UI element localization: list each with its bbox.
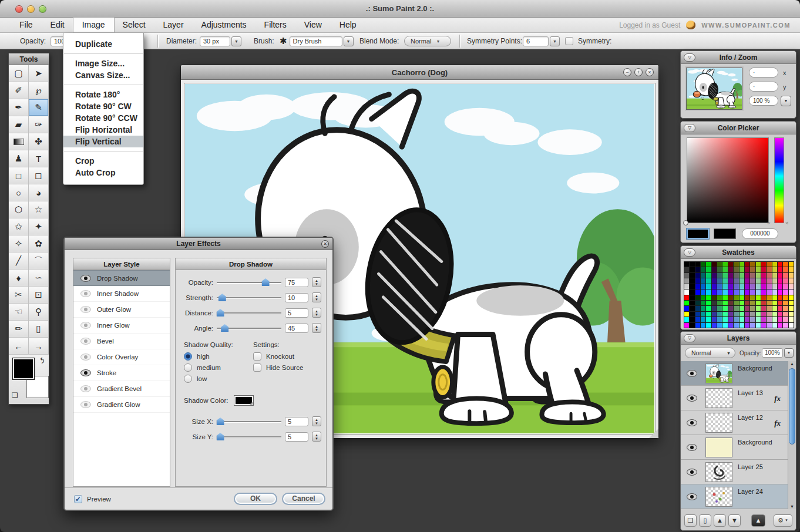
layer-fx-badge[interactable]: fx [774, 394, 781, 403]
swatch[interactable] [767, 278, 771, 283]
swatch[interactable] [690, 289, 694, 294]
tool-line[interactable]: ╱ [9, 252, 29, 270]
tool-four-point-star[interactable]: ✦ [29, 218, 49, 235]
layer-style-inner-shadow[interactable]: Inner Shadow [73, 286, 170, 302]
layer-style-stroke[interactable]: Stroke [73, 365, 170, 381]
swatch[interactable] [722, 278, 727, 283]
saturation-value-square[interactable] [687, 137, 769, 223]
setting-checkbox-knockout[interactable]: Knockout [253, 352, 303, 361]
swatch[interactable] [772, 267, 777, 272]
zoom-window-button[interactable] [39, 5, 46, 13]
swatch[interactable] [745, 262, 749, 267]
eye-icon[interactable] [80, 290, 91, 297]
swatch[interactable] [717, 323, 722, 328]
stepper-buttons[interactable]: ▲▼ [312, 308, 321, 318]
menu-file[interactable]: File [11, 18, 42, 32]
swatch[interactable] [684, 284, 689, 289]
swatch[interactable] [684, 273, 689, 278]
swatch[interactable] [761, 284, 766, 289]
swatch[interactable] [690, 323, 694, 328]
swatch[interactable] [728, 295, 733, 300]
swatch[interactable] [778, 262, 782, 267]
swatch[interactable] [783, 289, 788, 294]
swatch[interactable] [750, 278, 755, 283]
swatch[interactable] [734, 284, 738, 289]
swatch[interactable] [712, 273, 717, 278]
tool-text[interactable]: T [29, 150, 49, 167]
image-menu-item-image-size[interactable]: Image Size... [63, 58, 143, 69]
eye-icon[interactable] [687, 395, 697, 402]
swatch[interactable] [761, 262, 766, 267]
swatch[interactable] [756, 301, 761, 305]
swatch[interactable] [772, 284, 777, 289]
swatch[interactable] [756, 306, 761, 311]
image-menu-item-flip-vertical[interactable]: Flip Vertical [63, 136, 143, 147]
swatch[interactable] [756, 284, 761, 289]
swatch[interactable] [761, 273, 766, 278]
swatch[interactable] [783, 323, 788, 328]
swatch[interactable] [722, 317, 727, 322]
swatch[interactable] [722, 284, 727, 289]
eye-icon[interactable] [80, 401, 91, 408]
website-link[interactable]: WWW.SUMOPAINT.COM [701, 22, 791, 29]
swatch[interactable] [767, 323, 771, 328]
tool-move[interactable]: ➤ [29, 65, 49, 82]
swatch[interactable] [767, 317, 771, 322]
swatch[interactable] [701, 278, 705, 283]
layer-row-layer-12[interactable]: Layer 12fx [681, 410, 788, 435]
swatch[interactable] [706, 317, 711, 322]
swatch[interactable] [728, 278, 733, 283]
swatch[interactable] [783, 267, 788, 272]
swatch[interactable] [690, 295, 694, 300]
swatch[interactable] [695, 312, 700, 316]
menu-help[interactable]: Help [331, 18, 365, 32]
tool-curve[interactable]: ⌒ [29, 252, 49, 270]
swatch[interactable] [712, 317, 717, 322]
swatch[interactable] [740, 289, 744, 294]
menu-filters[interactable]: Filters [256, 18, 295, 32]
swatch[interactable] [684, 317, 689, 322]
swatch[interactable] [789, 284, 794, 289]
eye-icon[interactable] [687, 370, 697, 377]
layer-blend-mode-select[interactable]: Normal ▼ [685, 348, 735, 358]
dialog-close-button[interactable]: ✕ [321, 240, 329, 248]
swatch[interactable] [712, 306, 717, 311]
layer-row-layer-24[interactable]: Layer 24 [681, 484, 788, 509]
swatch[interactable] [690, 317, 694, 322]
swatch[interactable] [701, 306, 705, 311]
swatch[interactable] [728, 273, 733, 278]
secondary-color-swatch[interactable] [714, 228, 736, 239]
default-colors-icon[interactable]: ❏ [12, 391, 18, 399]
swatch[interactable] [761, 301, 766, 305]
eye-icon[interactable] [80, 275, 91, 282]
quality-radio-medium[interactable]: medium [184, 363, 253, 372]
swatch[interactable] [783, 317, 788, 322]
swatch[interactable] [728, 289, 733, 294]
image-menu-item-duplicate[interactable]: Duplicate [63, 38, 143, 50]
swatch[interactable] [778, 267, 782, 272]
swatch[interactable] [750, 284, 755, 289]
swatch[interactable] [756, 317, 761, 322]
swatch[interactable] [722, 273, 727, 278]
stepper-buttons[interactable]: ▲▼ [312, 432, 321, 442]
tool-flower-shape[interactable]: ✿ [29, 235, 49, 252]
image-menu-item-crop[interactable]: Crop [63, 155, 143, 167]
swatch[interactable] [701, 273, 705, 278]
image-menu-item-auto-crop[interactable]: Auto Crop [63, 167, 143, 179]
swatch[interactable] [734, 267, 738, 272]
move-layer-down-button[interactable]: ▼ [728, 514, 741, 527]
swatch[interactable] [695, 262, 700, 267]
swatch[interactable] [740, 306, 744, 311]
swatch[interactable] [722, 289, 727, 294]
layers-titlebar[interactable]: ▽ Layers [681, 332, 796, 345]
swatch[interactable] [701, 312, 705, 316]
swatch[interactable] [701, 262, 705, 267]
swatch[interactable] [734, 301, 738, 305]
swatch[interactable] [740, 312, 744, 316]
hue-slider[interactable] [774, 137, 784, 223]
swatch[interactable] [728, 317, 733, 322]
swatch[interactable] [778, 306, 782, 311]
swatch[interactable] [717, 301, 722, 305]
menu-select[interactable]: Select [114, 18, 154, 32]
swatch[interactable] [750, 301, 755, 305]
